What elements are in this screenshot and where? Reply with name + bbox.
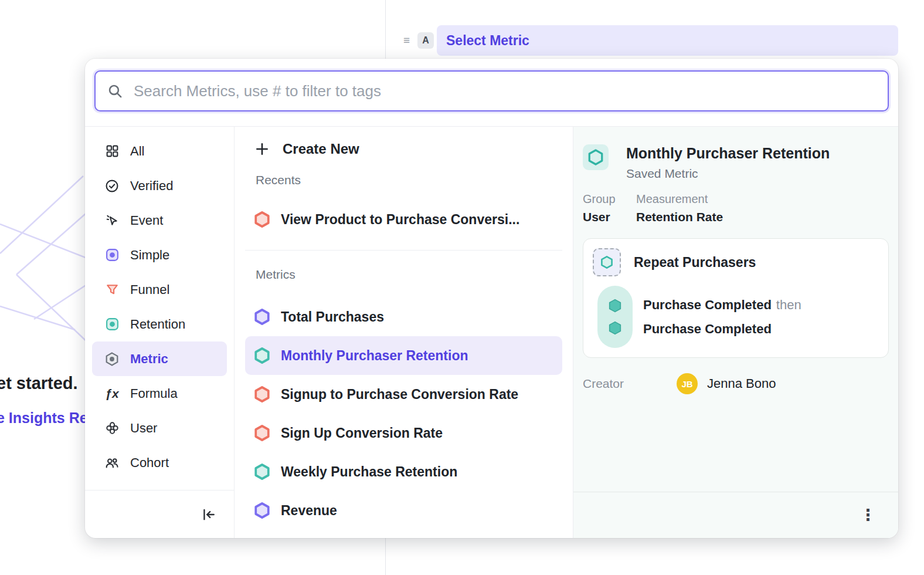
select-metric-label: Select Metric [446, 33, 529, 49]
group-label: Group [583, 192, 636, 206]
creator-avatar: JB [677, 373, 698, 394]
step-hexagon-icon [607, 320, 623, 336]
sidebar-item-label: User [130, 421, 157, 436]
retention-steps: Purchase Completedthen Purchase Complete… [643, 293, 801, 341]
sidebar-item-all[interactable]: All [92, 134, 227, 168]
event-cursor-icon [104, 212, 120, 229]
metrics-heading: Metrics [245, 267, 562, 282]
metric-picker-modal: All Verified [85, 59, 898, 538]
retention-icon [104, 316, 120, 333]
search-area [85, 59, 898, 126]
collapse-sidebar-button[interactable] [199, 505, 219, 525]
metric-row[interactable]: Sign Up Conversion Rate [245, 414, 562, 452]
measurement-value: Retention Rate [636, 210, 723, 224]
formula-icon: ƒx [104, 385, 120, 402]
partial-insights-link[interactable]: e Insights Re [0, 410, 88, 427]
preview-footer: ⋮ [573, 492, 898, 538]
sidebar-item-label: Event [130, 213, 163, 228]
measurement-label: Measurement [636, 192, 723, 206]
metric-type-icon [583, 144, 609, 170]
group-value: User [583, 210, 636, 224]
cohort-people-icon [104, 455, 120, 471]
metric-row[interactable]: Total Purchases [245, 297, 562, 336]
metric-preview-panel: Monthly Purchaser Retention Saved Metric… [573, 127, 898, 538]
sidebar-item-cohort[interactable]: Cohort [92, 445, 227, 480]
simple-icon [104, 247, 120, 263]
retention-hexagon-icon [253, 463, 271, 481]
retention-hexagon-icon [253, 347, 271, 364]
sidebar-item-label: Metric [130, 351, 168, 367]
drag-handle-icon[interactable]: ≡ [403, 34, 410, 47]
funnel-hexagon-icon [253, 385, 271, 403]
metric-row[interactable]: Weekly Purchase Retention [245, 452, 562, 491]
screen: et started. e Insights Re ≡ A Select Met… [0, 0, 924, 575]
step1-event: Purchase Completed [643, 297, 772, 312]
block-type-badge[interactable]: A [417, 32, 434, 49]
sidebar-item-event[interactable]: Event [92, 203, 227, 238]
grid-icon [104, 143, 120, 160]
sidebar-footer [85, 490, 234, 538]
step-hexagon-icon [607, 298, 623, 313]
sidebar-item-verified[interactable]: Verified [92, 168, 227, 203]
metric-row[interactable]: Revenue [245, 491, 562, 530]
preview-title: Monthly Purchaser Retention [626, 144, 830, 162]
creator-label: Creator [583, 377, 624, 391]
card-title: Repeat Purchasers [634, 255, 756, 270]
sidebar-item-label: All [130, 144, 144, 159]
sidebar-item-formula[interactable]: ƒx Formula [92, 376, 227, 411]
recent-metric-label: View Product to Purchase Conversi... [281, 212, 519, 228]
sidebar-item-label: Verified [130, 178, 173, 194]
plus-icon [254, 141, 270, 157]
creator-row: Creator JB Jenna Bono [583, 372, 889, 395]
more-options-button[interactable]: ⋮ [860, 508, 876, 523]
metric-hexagon-icon [253, 308, 271, 326]
funnel-icon [104, 282, 120, 298]
preview-subtitle: Saved Metric [626, 167, 830, 181]
cohort-definition-icon [593, 248, 621, 276]
funnel-hexagon-icon [253, 424, 271, 442]
partial-heading: et started. [0, 374, 78, 393]
recents-heading: Recents [245, 172, 562, 188]
creator-name: Jenna Bono [707, 376, 776, 391]
metric-definition-card: Repeat Purchasers [583, 238, 889, 358]
recent-metric-row[interactable]: View Product to Purchase Conversi... [245, 201, 562, 238]
metric-list-column: Create New Recents View Product to Purch… [235, 127, 573, 538]
filter-sidebar: All Verified [85, 127, 235, 538]
metric-row[interactable]: Signup to Purchase Conversion Rate [245, 375, 562, 414]
metric-row-selected[interactable]: Monthly Purchaser Retention [245, 336, 562, 375]
sidebar-item-label: Formula [130, 386, 178, 401]
metric-hexagon-icon [104, 351, 120, 367]
sidebar-item-label: Funnel [130, 282, 169, 297]
sidebar-item-label: Retention [130, 317, 185, 332]
metric-hexagon-icon [253, 502, 271, 519]
create-new-button[interactable]: Create New [245, 133, 562, 165]
search-icon [107, 83, 123, 99]
verified-icon [104, 178, 120, 194]
preview-meta: Group User Measurement Retention Rate [583, 192, 889, 224]
sidebar-item-label: Simple [130, 248, 169, 263]
sidebar-item-label: Cohort [130, 455, 169, 471]
sidebar-item-user[interactable]: User [92, 411, 227, 445]
collapse-icon [201, 507, 216, 522]
list-divider [245, 250, 562, 251]
modal-columns: All Verified [85, 126, 898, 538]
funnel-hexagon-icon [253, 211, 271, 228]
step1-connector: then [776, 297, 801, 312]
search-input[interactable] [134, 82, 876, 100]
search-box[interactable] [94, 70, 889, 111]
user-flower-icon [104, 420, 120, 437]
sidebar-item-funnel[interactable]: Funnel [92, 272, 227, 307]
step2-event: Purchase Completed [643, 317, 801, 341]
retention-steps-capsule [597, 286, 633, 348]
sidebar-item-simple[interactable]: Simple [92, 238, 227, 272]
sidebar-item-metric[interactable]: Metric [92, 341, 227, 376]
sidebar-item-retention[interactable]: Retention [92, 307, 227, 341]
select-metric-field[interactable]: Select Metric [437, 25, 898, 56]
